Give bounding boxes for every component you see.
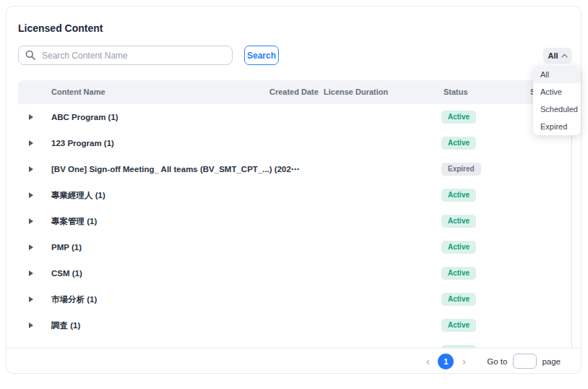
table-row[interactable]: [BV One] Sign-off Meeting_ All teams (BV…	[18, 156, 571, 182]
menu-item-scheduled[interactable]: Scheduled	[533, 101, 581, 118]
search-input-wrapper	[18, 46, 233, 65]
menu-item-active[interactable]: Active	[533, 83, 581, 101]
table-row[interactable]: ABC Program (1) Active	[18, 104, 571, 130]
status-filter-dropdown-button[interactable]: All	[543, 48, 572, 64]
table-header: Content Name Created Date License Durati…	[18, 80, 571, 104]
status-badge: Expired	[441, 163, 481, 176]
content-name: 123 Program (1)	[51, 139, 114, 148]
table-row[interactable]: 調査 (1) Active	[18, 312, 571, 338]
content-name: 市場分析 (1)	[51, 294, 97, 305]
content-name: ABC Program (1)	[51, 113, 118, 121]
table-row-partial[interactable]: Active	[18, 338, 571, 349]
goto-label: Go to	[487, 357, 507, 366]
table-row[interactable]: 123 Program (1) Active	[18, 130, 571, 156]
goto-page-input[interactable]	[513, 354, 537, 369]
next-page-button[interactable]: ›	[458, 356, 470, 367]
content-name: 專案管理 (1)	[51, 216, 97, 227]
status-filter-menu: All Active Scheduled Expired	[533, 66, 581, 135]
filter-selected-label: All	[548, 51, 558, 60]
status-badge: Active	[441, 319, 476, 332]
expand-row-icon[interactable]	[29, 192, 33, 198]
content-name: [BV One] Sign-off Meeting_ All teams (BV…	[51, 164, 299, 174]
page-label: page	[542, 357, 561, 366]
licensed-content-panel: Licensed Content Search All Content Name…	[6, 6, 581, 374]
status-badge: Active	[441, 189, 476, 202]
table-row[interactable]: 專業經理人 (1) Active	[18, 182, 571, 208]
prev-page-button[interactable]: ‹	[422, 356, 433, 367]
column-header-license-duration: License Duration	[324, 87, 388, 96]
content-name: PMP (1)	[51, 243, 82, 252]
expand-row-icon[interactable]	[29, 322, 33, 328]
expand-row-icon[interactable]	[29, 114, 33, 120]
expand-row-icon[interactable]	[29, 166, 33, 172]
table-body: ABC Program (1) Active 123 Program (1) A…	[18, 104, 571, 349]
column-header-status: Status	[444, 87, 468, 96]
expand-row-icon[interactable]	[29, 296, 33, 302]
expand-row-icon[interactable]	[29, 244, 33, 250]
search-input[interactable]	[18, 46, 233, 65]
menu-item-all[interactable]: All	[533, 66, 581, 83]
column-header-content-name: Content Name	[51, 87, 105, 96]
table-row[interactable]: CSM (1) Active	[18, 260, 571, 286]
expand-row-icon[interactable]	[29, 218, 33, 224]
table-row[interactable]: PMP (1) Active	[18, 234, 571, 260]
content-name: 調査 (1)	[51, 320, 80, 331]
status-badge: Active	[441, 267, 476, 280]
expand-row-icon[interactable]	[29, 140, 33, 146]
content-name: CSM (1)	[51, 269, 82, 278]
table-row[interactable]: 市場分析 (1) Active	[18, 286, 571, 312]
content-name: 專業經理人 (1)	[51, 190, 105, 201]
status-badge: Active	[441, 215, 476, 228]
chevron-up-icon	[561, 54, 568, 58]
pagination: ‹ 1 › Go to page	[7, 349, 581, 374]
status-badge: Active	[441, 111, 476, 124]
expand-row-icon[interactable]	[29, 270, 33, 276]
status-badge: Active	[441, 241, 476, 254]
page-title: Licensed Content	[18, 22, 103, 34]
table-row[interactable]: 專案管理 (1) Active	[18, 208, 571, 234]
menu-item-expired[interactable]: Expired	[533, 118, 581, 135]
page-1-button[interactable]: 1	[438, 354, 454, 369]
status-badge: Active	[441, 137, 476, 150]
column-header-created-date: Created Date	[269, 87, 319, 96]
status-badge: Active	[441, 293, 476, 306]
search-button[interactable]: Search	[244, 46, 279, 65]
